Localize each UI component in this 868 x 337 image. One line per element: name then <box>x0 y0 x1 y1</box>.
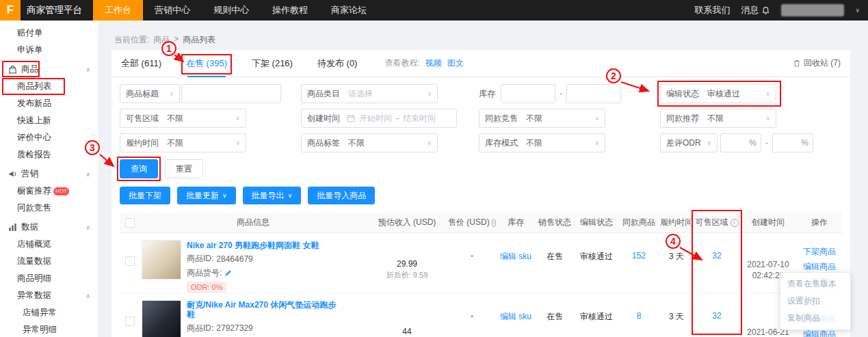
contact-us-link[interactable]: 联系我们 <box>694 4 730 16</box>
info-icon[interactable]: i <box>731 219 739 227</box>
select-all-checkbox[interactable] <box>125 218 135 228</box>
edit-icon[interactable] <box>224 269 232 277</box>
edit-status-select[interactable]: 编辑状态 审核通过 ∨ <box>660 84 776 103</box>
sidebar-item-shop-overview[interactable]: 店铺概览 <box>0 236 98 253</box>
tutorial-video-link[interactable]: 视频 <box>425 57 442 69</box>
menu-item-copy-product[interactable]: 复制商品 <box>780 310 850 327</box>
product-title-link[interactable]: Nike air 270 男鞋跑步鞋网面鞋 女鞋 <box>187 240 351 250</box>
nav-marketing-center[interactable]: 营销中心 <box>143 0 202 21</box>
reset-button[interactable]: 重置 <box>165 159 203 178</box>
price-value: - <box>471 311 473 337</box>
product-id-label: 商品ID: <box>187 323 213 334</box>
sidebar-item-label: 商品列表 <box>17 81 51 92</box>
chevron-down-icon: ∨ <box>165 90 174 97</box>
nav-tutorials[interactable]: 操作教程 <box>261 0 319 21</box>
nav-merchant-forum[interactable]: 商家论坛 <box>319 0 378 21</box>
region-count-link[interactable]: 32 <box>712 311 721 337</box>
recycle-bin-link[interactable]: 回收站 (7) <box>793 57 841 69</box>
tab-to-publish[interactable]: 待发布 (0) <box>317 50 358 77</box>
product-tag-select[interactable]: 商品标签 不限 ∨ <box>301 133 438 152</box>
menu-item-set-discount[interactable]: 设置折扣 <box>780 293 850 310</box>
create-time-range-picker[interactable]: 创建时间 开始时间 - 结束时间 <box>301 109 457 128</box>
sidebar-item-traffic-data[interactable]: 流量数据 <box>0 253 98 270</box>
sidebar-item-quick-listing[interactable]: 快速上新 <box>0 112 98 129</box>
sidebar-item-compensation[interactable]: 赔付单 <box>0 25 98 42</box>
table-header: 商品信息 预估收入 (USD) 售价 (USD)i 库存 销售状态 编辑状态 同… <box>120 213 842 233</box>
nav-rules-center[interactable]: 规则中心 <box>202 0 261 21</box>
messages-link[interactable]: 消息 <box>741 4 770 16</box>
batch-export-button[interactable]: 批量导出∨ <box>243 187 302 204</box>
edit-status: 审核通过 <box>580 311 613 337</box>
product-image[interactable] <box>142 240 181 280</box>
stock-mode-select[interactable]: 库存模式 不限 ∨ <box>479 133 605 152</box>
menu-item-view-live-version[interactable]: 查看在售版本 <box>780 275 850 293</box>
chevron-down-icon[interactable]: ∨ <box>855 7 860 14</box>
region-count-link[interactable]: 32 <box>712 251 721 293</box>
same-recommend-select[interactable]: 同款推荐 不限 ∨ <box>660 109 776 128</box>
odr-metric-select[interactable]: 差评ODR ∨ <box>660 133 718 152</box>
region-select[interactable]: 可售区域 不限 ∨ <box>120 109 246 128</box>
tab-all[interactable]: 全部 (611) <box>121 50 161 77</box>
sidebar-item-shop-abnormal[interactable]: 店铺异常 <box>0 304 98 321</box>
sidebar-item-label: 商品明细 <box>17 273 51 284</box>
sidebar-item-abnormal-detail[interactable]: 异常明细 <box>0 321 98 337</box>
odr-max-input[interactable]: % <box>772 133 813 152</box>
same-sale-select[interactable]: 同款竞售 不限 ∨ <box>479 109 605 128</box>
batch-update-button[interactable]: 批量更新∨ <box>177 187 236 204</box>
category-select[interactable]: 商品类目 请选择 ∨ <box>301 84 438 103</box>
sidebar-section-marketing[interactable]: 营销 ∧ <box>0 165 98 183</box>
status-tabs: 全部 (611) 在售 (395) 下架 (216) 待发布 (0) 查看教程:… <box>111 50 850 77</box>
sidebar-section-label: 商品 <box>21 64 38 75</box>
tab-off-shelf[interactable]: 下架 (216) <box>252 50 293 77</box>
product-box-icon <box>8 65 17 74</box>
row-checkbox[interactable] <box>125 316 135 326</box>
sidebar-item-label: 异常数据 <box>17 290 51 301</box>
edit-product-link[interactable]: 编辑商品 <box>803 261 836 273</box>
same-product-count-link[interactable]: 152 <box>632 251 646 293</box>
app-logo[interactable]: F <box>0 0 21 21</box>
product-list-card: 全部 (611) 在售 (395) 下架 (216) 待发布 (0) 查看教程:… <box>111 50 850 337</box>
stock-min-input[interactable] <box>501 84 555 103</box>
megaphone-icon <box>8 170 17 178</box>
tutorial-image-link[interactable]: 图文 <box>447 57 464 69</box>
offshelf-link[interactable]: 下架商品 <box>803 246 836 258</box>
sidebar-item-label: 赔付单 <box>17 27 43 39</box>
odr-min-input[interactable]: % <box>720 133 761 152</box>
sidebar-item-review-center[interactable]: 评价中心 <box>0 129 98 146</box>
batch-offshelf-button[interactable]: 批量下架 <box>120 187 170 204</box>
batch-import-button[interactable]: 批量导入商品 <box>308 187 375 204</box>
nav-workbench[interactable]: 工作台 <box>93 0 143 21</box>
filter-panel: 商品标题 ∨ 商品类目 请选择 ∨ 库存 - 编辑状态 <box>111 77 850 152</box>
row-checkbox[interactable] <box>125 256 135 266</box>
sidebar-item-appeal[interactable]: 申诉单 <box>0 42 98 59</box>
same-product-count-link[interactable]: 8 <box>637 311 642 337</box>
product-image[interactable] <box>142 300 181 337</box>
batch-actions: 批量下架 批量更新∨ 批量导出∨ 批量导入商品 <box>111 187 850 204</box>
edit-sku-link[interactable]: 编辑 sku <box>500 311 531 337</box>
sidebar-item-window-recommend[interactable]: 橱窗推荐 HOT <box>0 183 98 200</box>
search-button[interactable]: 查询 <box>120 159 158 178</box>
sidebar-item-new-product[interactable]: 发布新品 <box>0 95 98 112</box>
col-same-product: 同款商品 <box>622 217 655 228</box>
breadcrumb-product[interactable]: 商品 <box>153 34 170 46</box>
stock-max-input[interactable] <box>566 84 621 103</box>
product-title-input[interactable] <box>181 84 281 103</box>
sidebar-item-product-list[interactable]: 商品列表 <box>0 78 98 95</box>
tab-on-sale[interactable]: 在售 (395) <box>186 50 227 77</box>
sidebar-item-product-detail[interactable]: 商品明细 <box>0 270 98 287</box>
product-title-type-select[interactable]: 商品标题 ∨ <box>120 84 180 103</box>
calendar-icon <box>347 114 355 122</box>
sidebar-item-quality-report[interactable]: 质检报告 <box>0 146 98 163</box>
sidebar-item-same-competition[interactable]: 同款竞售 <box>0 200 98 217</box>
sidebar-item-label: 发布新品 <box>17 98 51 109</box>
chevron-up-icon: ∧ <box>86 66 90 73</box>
account-redacted[interactable] <box>781 4 844 16</box>
sidebar-item-label: 质检报告 <box>17 149 51 161</box>
edit-sku-link[interactable]: 编辑 sku <box>500 251 531 293</box>
sidebar-item-abnormal-data[interactable]: 异常数据 ∧ <box>0 287 98 304</box>
sidebar-section-product[interactable]: 商品 ∧ <box>0 61 98 78</box>
product-title-link[interactable]: 耐克/Nike Air Max270 休闲气垫运动跑步鞋 <box>187 300 344 320</box>
fulfillment-time-select[interactable]: 履约时间 不限 ∨ <box>120 133 246 152</box>
sidebar-section-data[interactable]: 数据 ∧ <box>0 219 98 236</box>
discount-value: 9.59 <box>413 271 428 279</box>
